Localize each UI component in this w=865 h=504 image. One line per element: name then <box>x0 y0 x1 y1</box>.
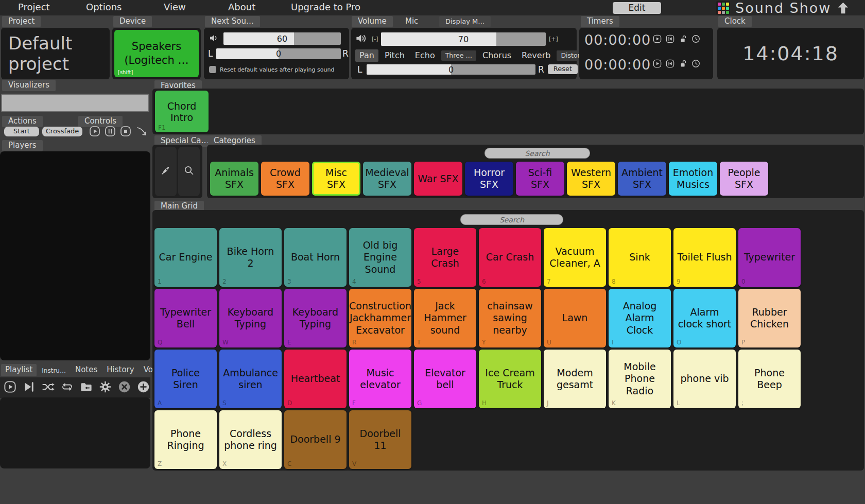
sound-button-music-elevator[interactable]: Music elevatorF <box>349 350 411 408</box>
sound-button-sink[interactable]: Sink8 <box>609 228 671 287</box>
timer-1-clock-icon[interactable] <box>691 34 701 46</box>
playlist-remove-icon[interactable] <box>117 380 131 396</box>
sound-button-large-crash[interactable]: Large Crash5 <box>414 228 476 287</box>
sound-button-keyboard-typing[interactable]: Keyboard TypingE <box>284 289 347 347</box>
volume-plus[interactable]: [+] <box>549 36 558 42</box>
sound-button-lawn[interactable]: LawnU <box>544 289 606 347</box>
sound-button-ice-cream-truck[interactable]: Ice Cream TruckH <box>479 350 541 408</box>
start-button[interactable]: Start <box>4 127 39 136</box>
sound-button-mobile-phone-radio[interactable]: Mobile Phone RadioK <box>609 350 671 408</box>
sound-button-alarm-clock-short[interactable]: Alarm clock shortO <box>673 289 736 347</box>
sound-button-rubber-chicken[interactable]: Rubber ChickenP <box>738 289 801 347</box>
soundboard-rocket-button[interactable] <box>155 147 177 196</box>
tab-display-mode[interactable]: Display M… <box>439 16 491 27</box>
sound-button-elevator-bell[interactable]: Elevator bellG <box>414 350 476 408</box>
tab-notes[interactable]: Notes <box>71 364 101 376</box>
menu-upgrade-to-pro[interactable]: Upgrade to Pro <box>291 2 360 12</box>
tab-reverb[interactable]: Reverb <box>517 49 555 62</box>
menu-project[interactable]: Project <box>18 2 50 12</box>
sound-button-doorbell-11[interactable]: Doorbell 11V <box>349 410 411 469</box>
playlist-repeat-icon[interactable] <box>60 380 74 396</box>
search-category-button[interactable] <box>178 147 200 196</box>
timer-1-lock-icon[interactable] <box>678 34 688 46</box>
sound-button-doorbell-9[interactable]: Doorbell 9C <box>284 410 347 469</box>
main-grid-search-input[interactable] <box>460 214 563 225</box>
sound-button-car-engine[interactable]: Car Engine1 <box>154 228 217 287</box>
timer-2-lock-icon[interactable] <box>678 59 688 71</box>
timer-2-restart-icon[interactable] <box>665 59 675 71</box>
stop-icon[interactable] <box>119 125 132 140</box>
tab-three[interactable]: Three … <box>441 50 476 61</box>
edit-button[interactable]: Edit <box>613 2 661 14</box>
category-button-misc-sfx[interactable]: Misc SFX <box>312 162 360 196</box>
playlist-import-folder-icon[interactable] <box>79 380 93 396</box>
sound-button-construction-jackhammer-excavator[interactable]: Construction Jackhammer ExcavatorR <box>349 289 411 347</box>
volume-minus[interactable]: [-] <box>372 36 378 42</box>
playlist-settings-gear-icon[interactable] <box>98 380 112 396</box>
crossfade-button[interactable]: Crossfade <box>42 127 82 136</box>
tab-pitch[interactable]: Pitch <box>380 49 409 62</box>
play-icon[interactable] <box>89 125 101 140</box>
tab-chorus[interactable]: Chorus <box>478 49 515 62</box>
mixer-pan-slider[interactable]: 0 <box>367 64 535 75</box>
sound-button-police-siren[interactable]: Police SirenA <box>154 350 217 408</box>
sound-button-bike-horn-2[interactable]: Bike Horn 22 <box>219 228 282 287</box>
sound-button-phone-ringing[interactable]: Phone RingingZ <box>154 410 217 469</box>
sound-button-modem-gesamt[interactable]: Modem gesamtJ <box>544 350 606 408</box>
sound-button-typewriter-bell[interactable]: Typewriter BellQ <box>154 289 217 347</box>
category-button-emotion-musics[interactable]: Emotion Musics <box>669 162 717 196</box>
fade-arrow-icon[interactable] <box>135 125 148 140</box>
next-sound-volume-slider[interactable]: 60 <box>223 32 341 45</box>
playlist-shuffle-icon[interactable] <box>41 380 55 396</box>
categories-search-input[interactable] <box>485 148 590 159</box>
favorite-button-chord-intro[interactable]: Chord IntroF1 <box>155 91 209 132</box>
pause-icon[interactable] <box>104 125 116 140</box>
tab-echo[interactable]: Echo <box>411 49 439 62</box>
tab-pan[interactable]: Pan <box>355 49 378 62</box>
category-button-crowd-sfx[interactable]: Crowd SFX <box>261 162 309 196</box>
tab-playlist[interactable]: Playlist <box>1 364 37 376</box>
sound-button-phone-beep[interactable]: Phone Beep; <box>738 350 801 408</box>
category-button-ambient-sfx[interactable]: Ambient SFX <box>618 162 666 196</box>
category-button-people-sfx[interactable]: People SFX <box>720 162 768 196</box>
sound-button-car-crash[interactable]: Car Crash6 <box>479 228 541 287</box>
playlist-skip-next-icon[interactable] <box>22 380 36 396</box>
device-button[interactable]: Speakers (Logitech … [shift] <box>114 30 199 77</box>
sound-button-old-big-engine-sound[interactable]: Old big Engine Sound4 <box>349 228 411 287</box>
category-button-medieval-sfx[interactable]: Medieval SFX <box>363 162 411 196</box>
playlist-play-icon[interactable] <box>3 380 17 396</box>
sound-button-analog-alarm-clock[interactable]: Analog Alarm ClockI <box>609 289 671 347</box>
sound-button-chainsaw-sawing-nearby[interactable]: chainsaw sawing nearbyY <box>479 289 541 347</box>
menu-options[interactable]: Options <box>86 2 122 12</box>
tab-history[interactable]: History <box>102 364 138 376</box>
category-button-war-sfx[interactable]: War SFX <box>414 162 462 196</box>
tab-instruments[interactable]: Instru… <box>38 364 70 376</box>
tab-mic[interactable]: Mic <box>399 16 424 27</box>
playlist-add-icon[interactable] <box>136 380 150 396</box>
next-sound-pan-slider[interactable]: 0 <box>216 48 341 59</box>
reset-defaults-checkbox[interactable] <box>209 66 216 73</box>
timer-1-play-icon[interactable] <box>652 34 662 46</box>
category-button-horror-sfx[interactable]: Horror SFX <box>465 162 513 196</box>
up-arrow-icon[interactable] <box>836 1 850 17</box>
menu-about[interactable]: About <box>228 2 255 12</box>
category-button-sci-fi-sfx[interactable]: Sci-fi SFX <box>516 162 564 196</box>
sound-button-phone-vib[interactable]: phone vibL <box>673 350 736 408</box>
sound-button-typewriter[interactable]: Typewriter0 <box>738 228 801 287</box>
sound-button-vacuum-cleaner-a[interactable]: Vacuum Cleaner, A7 <box>544 228 606 287</box>
tab-volume[interactable]: Volume <box>352 16 393 27</box>
mic-volume-slider[interactable]: 70 <box>381 32 546 46</box>
sound-button-keyboard-typing[interactable]: Keyboard TypingW <box>219 289 282 347</box>
sound-button-cordless-phone-ring[interactable]: Cordless phone ringX <box>219 410 282 469</box>
sound-button-heartbeat[interactable]: HeartbeatD <box>284 350 347 408</box>
timer-1-restart-icon[interactable] <box>665 34 675 46</box>
timer-2-play-icon[interactable] <box>652 59 662 71</box>
project-name[interactable]: Default project <box>1 28 110 74</box>
sound-button-toilet-flush[interactable]: Toilet Flush9 <box>673 228 736 287</box>
pan-reset-button[interactable]: Reset <box>548 64 578 74</box>
menu-view[interactable]: View <box>164 2 186 12</box>
sound-button-jack-hammer-sound[interactable]: Jack Hammer soundT <box>414 289 476 347</box>
category-button-western-sfx[interactable]: Western SFX <box>567 162 615 196</box>
sound-button-ambulance-siren[interactable]: Ambulance sirenS <box>219 350 282 408</box>
category-button-animals-sfx[interactable]: Animals SFX <box>210 162 258 196</box>
